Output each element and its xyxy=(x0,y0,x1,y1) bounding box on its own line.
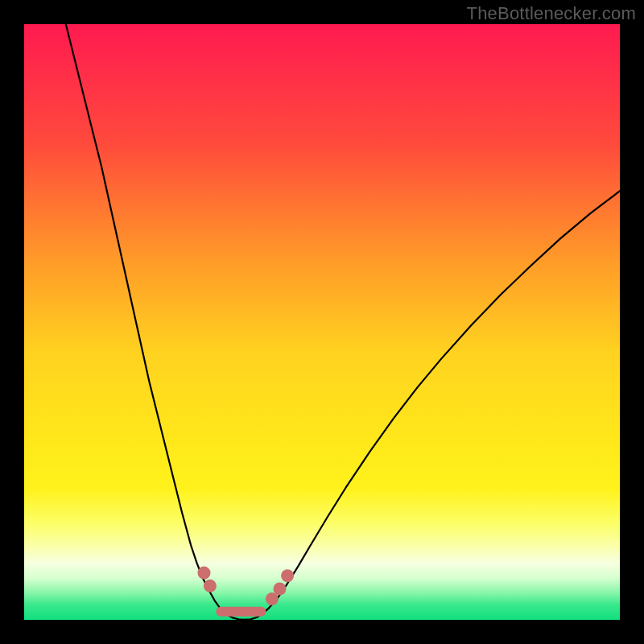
chart-plot xyxy=(24,24,620,620)
marker-bar xyxy=(216,607,266,617)
marker-dot xyxy=(197,567,210,580)
chart-background xyxy=(24,24,620,620)
marker-dot xyxy=(266,592,279,605)
chart-container: TheBottlenecker.com xyxy=(0,0,644,644)
watermark-text: TheBottlenecker.com xyxy=(467,3,636,24)
marker-dot xyxy=(273,583,286,596)
marker-dot xyxy=(281,569,294,582)
marker-dot xyxy=(204,580,217,592)
